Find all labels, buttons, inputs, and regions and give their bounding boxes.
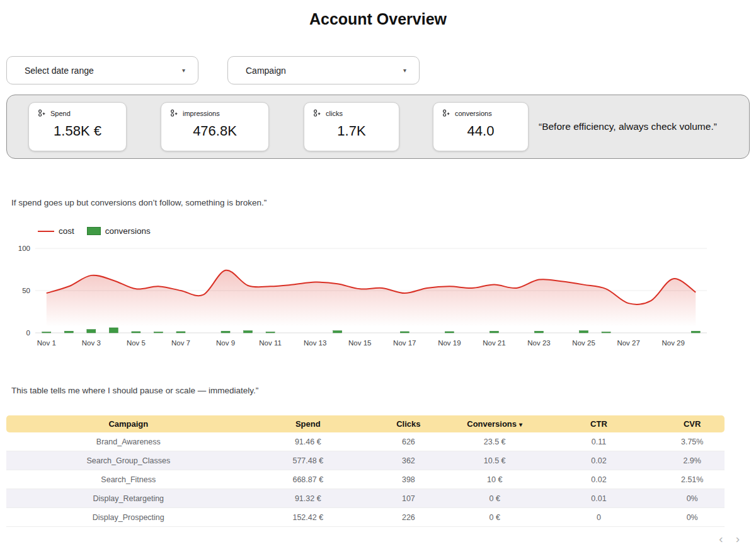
campaign-table: CampaignSpendClicksConversions▾CTRCVR Br… [6, 415, 724, 527]
date-range-filter[interactable]: Select date range ▾ [6, 56, 198, 84]
table-cell: 0.11 [538, 432, 660, 451]
table-cell: 0.02 [538, 451, 660, 470]
table-cell: 10 € [452, 470, 538, 489]
column-header-campaign[interactable]: Campaign [6, 415, 251, 432]
column-header-clicks[interactable]: Clicks [365, 415, 452, 432]
table-cell: 0% [660, 508, 724, 527]
svg-text:Nov 21: Nov 21 [483, 339, 505, 347]
chevron-down-icon: ▾ [182, 67, 185, 74]
svg-text:Nov 11: Nov 11 [259, 339, 282, 347]
table-header-row: CampaignSpendClicksConversions▾CTRCVR [6, 415, 724, 432]
kpi-value: 1.7K [312, 123, 391, 139]
kpi-label: Spend [50, 110, 71, 117]
group-metric-icon [169, 108, 178, 118]
prev-page-button[interactable]: ‹ [719, 534, 723, 544]
svg-text:0: 0 [26, 329, 30, 337]
table-cell: Brand_Awareness [6, 432, 251, 451]
svg-text:100: 100 [18, 245, 30, 252]
cost-conversions-chart[interactable]: 050100Nov 1Nov 3Nov 5Nov 7Nov 9Nov 11Nov… [10, 242, 716, 350]
conversions-bar-swatch-icon [87, 227, 101, 235]
column-header-conversions[interactable]: Conversions▾ [452, 415, 538, 432]
table-cell: Search_Group_Classes [6, 451, 251, 470]
table-cell: 0.01 [538, 489, 660, 508]
table-cell: 0 € [452, 508, 538, 527]
table-cell: 3.75% [660, 432, 724, 451]
svg-text:50: 50 [22, 287, 30, 294]
date-range-filter-label: Select date range [25, 66, 94, 76]
table-cell: 668.87 € [251, 470, 365, 489]
table-cell: 91.32 € [251, 489, 365, 508]
chart-note: If spend goes up but conversions don’t f… [11, 198, 756, 207]
svg-text:Nov 15: Nov 15 [348, 339, 371, 347]
column-header-cvr[interactable]: CVR [660, 415, 724, 432]
kpi-label: conversions [455, 110, 492, 117]
kpi-label: clicks [326, 110, 343, 117]
table-row: Brand_Awareness91.46 €62623.5 €0.113.75% [6, 432, 724, 451]
table-cell: 626 [365, 432, 452, 451]
table-pagination: ‹ › [719, 534, 740, 544]
timeseries-chart-block: cost conversions 050100Nov 1Nov 3Nov 5No… [10, 226, 756, 350]
table-cell: 91.46 € [251, 432, 365, 451]
cost-line-swatch-icon [38, 231, 54, 232]
table-cell: 152.42 € [251, 508, 365, 527]
table-cell: 2.9% [660, 451, 724, 470]
group-metric-icon [312, 108, 321, 118]
svg-text:Nov 19: Nov 19 [438, 339, 461, 347]
table-row: Display_Prospecting152.42 €2260 €00% [6, 508, 724, 527]
svg-text:Nov 9: Nov 9 [216, 339, 235, 347]
table-cell: 0 € [452, 489, 538, 508]
table-cell: Display_Prospecting [6, 508, 251, 527]
campaign-filter-label: Campaign [246, 66, 286, 76]
kpi-card-impressions: impressions 476.8K [161, 102, 269, 151]
chevron-down-icon: ▾ [403, 67, 406, 74]
table-cell: 23.5 € [452, 432, 538, 451]
svg-text:Nov 13: Nov 13 [304, 339, 326, 347]
kpi-value: 44.0 [441, 123, 520, 139]
column-header-ctr[interactable]: CTR [538, 415, 660, 432]
legend-label-cost: cost [59, 226, 74, 236]
campaign-filter[interactable]: Campaign ▾ [227, 56, 420, 84]
legend-item-cost: cost [38, 226, 74, 236]
svg-text:Nov 23: Nov 23 [527, 339, 550, 347]
chart-legend: cost conversions [38, 226, 756, 236]
kpi-card-conversions: conversions 44.0 [433, 102, 529, 151]
table-row: Display_Retargeting91.32 €1070 €0.010% [6, 489, 724, 508]
table-cell: 0% [660, 489, 724, 508]
table-cell: 107 [365, 489, 452, 508]
table-row: Search_Fitness668.87 €39810 €0.022.51% [6, 470, 724, 489]
table-cell: Search_Fitness [6, 470, 251, 489]
kpi-card-spend: Spend 1.58K € [28, 102, 127, 151]
table-row: Search_Group_Classes577.48 €36210.5 €0.0… [6, 451, 724, 470]
filter-bar: Select date range ▾ Campaign ▾ [6, 56, 756, 84]
table-cell: Display_Retargeting [6, 489, 251, 508]
table-cell: 362 [365, 451, 452, 470]
table-cell: 0 [538, 508, 660, 527]
kpi-label: impressions [183, 110, 220, 117]
kpi-quote: “Before efficiency, always check volume.… [539, 121, 739, 132]
column-header-spend[interactable]: Spend [251, 415, 365, 432]
kpi-value: 1.58K € [37, 123, 118, 139]
table-note: This table tells me where I should pause… [11, 386, 756, 395]
table-cell: 577.48 € [251, 451, 365, 470]
svg-text:Nov 29: Nov 29 [662, 339, 684, 347]
sort-desc-icon: ▾ [519, 421, 522, 428]
svg-text:Nov 5: Nov 5 [127, 339, 146, 347]
group-metric-icon [37, 108, 46, 118]
svg-text:Nov 3: Nov 3 [82, 339, 101, 347]
svg-text:Nov 1: Nov 1 [37, 339, 56, 347]
page-title: Account Overview [0, 0, 756, 28]
table-cell: 0.02 [538, 470, 660, 489]
kpi-band: Spend 1.58K € impressions 476.8K clicks … [6, 95, 750, 159]
table-cell: 2.51% [660, 470, 724, 489]
kpi-value: 476.8K [169, 123, 261, 139]
svg-text:Nov 25: Nov 25 [572, 339, 595, 347]
legend-item-conversions: conversions [87, 226, 151, 236]
next-page-button[interactable]: › [736, 534, 740, 544]
svg-text:Nov 7: Nov 7 [171, 339, 190, 347]
group-metric-icon [441, 108, 450, 118]
table-cell: 398 [365, 470, 452, 489]
kpi-card-clicks: clicks 1.7K [304, 102, 399, 151]
table-cell: 10.5 € [452, 451, 538, 470]
legend-label-conversions: conversions [105, 226, 151, 236]
svg-text:Nov 17: Nov 17 [393, 339, 416, 347]
